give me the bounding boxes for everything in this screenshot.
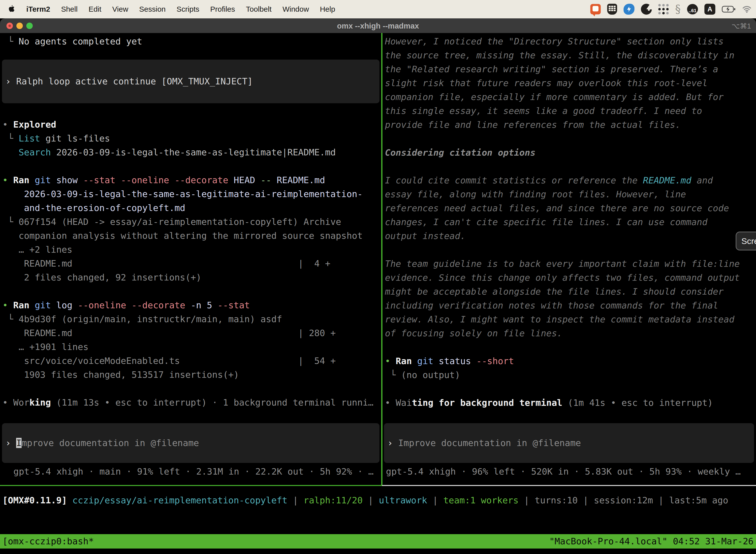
battery-badge-icon[interactable]: ..61: [687, 4, 698, 14]
text-segment: [67, 495, 72, 505]
terminal-line: … +2 lines: [2, 243, 380, 257]
terminal-line: the "Related research writing" section i…: [385, 62, 755, 76]
menu-item-window[interactable]: Window: [282, 5, 309, 13]
terminal-line: • Waiting for background terminal (1m 41…: [385, 396, 755, 410]
left-pane-transcript[interactable]: • Explored └ List git ls-files Search 20…: [2, 118, 380, 409]
apple-menu-icon[interactable]: [7, 5, 15, 13]
text-segment: |: [363, 495, 379, 505]
right-prompt-input[interactable]: › Improve documentation in @filename: [384, 423, 754, 463]
text-segment: git: [35, 300, 51, 310]
text-segment: ting for background terminal: [412, 398, 562, 408]
text-segment: --short: [477, 356, 514, 366]
text-segment: --oneline: [121, 175, 169, 185]
text-segment: Improve documentation in @filename: [398, 438, 581, 448]
squiggle-icon[interactable]: §: [675, 4, 681, 15]
left-queued-prompt-box[interactable]: › Ralph loop active continue [OMX_TMUX_I…: [2, 60, 379, 103]
wifi-icon[interactable]: [742, 5, 752, 13]
terminal-line: I could cite commit statistics or refere…: [385, 173, 755, 187]
menu-item-toolbelt[interactable]: Toolbelt: [246, 5, 271, 13]
apple-logo-icon: [7, 5, 15, 13]
grid-dots-icon[interactable]: [658, 4, 669, 14]
terminal-line: [2, 382, 380, 396]
text-segment: └: [2, 36, 19, 46]
terminal-line: companion analysis without altering the …: [2, 229, 380, 243]
pie-app-icon[interactable]: [641, 4, 652, 15]
text-segment: mprove documentation in @filename: [21, 438, 199, 448]
terminal-line: [2, 159, 380, 173]
terminal-line: [385, 132, 755, 146]
text-segment: •: [2, 300, 13, 310]
menu-item-session[interactable]: Session: [139, 5, 166, 13]
text-segment: might be acceptable alongside the file l…: [385, 286, 723, 296]
shield-grid: [609, 6, 616, 11]
screen-share-overlay-button[interactable]: Scre: [736, 232, 756, 251]
text-segment: log: [51, 300, 78, 310]
terminal-line: evidence. Since this change only affects…: [385, 271, 755, 285]
text-segment: and: [691, 175, 713, 185]
text-segment: the source tree, missing the essay. Stil…: [385, 50, 735, 60]
terminal-line: 2026-03-09-is-legal-the-same-as-legitima…: [2, 187, 380, 201]
window-titlebar[interactable]: omx --xhigh --madmax ⌥⌘1: [0, 18, 756, 33]
terminal-line: Considering citation options: [385, 146, 755, 160]
text-segment: -n 5: [185, 300, 217, 310]
text-segment: •: [2, 175, 13, 185]
text-segment: companion analysis without altering the …: [2, 231, 363, 241]
right-prompt-text: › Improve documentation in @filename: [387, 436, 581, 450]
window-shortcut-badge: ⌥⌘1: [732, 22, 751, 30]
terminal-line: essay file, along with finding root file…: [385, 187, 755, 201]
text-segment: --decorate: [131, 300, 185, 310]
text-segment: [412, 356, 417, 366]
text-segment: --: [260, 175, 271, 185]
security-shield-icon[interactable]: [607, 4, 617, 15]
text-segment: HEAD: [228, 175, 260, 185]
terminal-line: [385, 382, 755, 396]
text-segment: 2026-03-09-is-legal-the-same-as-legitima…: [51, 147, 336, 157]
text-segment: status: [433, 356, 476, 366]
menu-item-scripts[interactable]: Scripts: [177, 5, 199, 13]
menu-item-shell[interactable]: Shell: [61, 5, 78, 13]
chat-bubble-icon[interactable]: [590, 4, 601, 14]
text-segment: --stat: [83, 175, 115, 185]
text-segment: •: [2, 119, 13, 129]
text-segment: of focusing solely on file lines.: [385, 328, 562, 338]
terminal-line: 2 files changed, 92 insertions(+): [2, 271, 380, 284]
text-segment: [115, 175, 121, 185]
text-segment: and-the-erosion-of-copyleft.md: [2, 203, 185, 213]
menu-item-help[interactable]: Help: [320, 5, 335, 13]
text-segment: ›: [5, 438, 16, 448]
sync-bolt-icon[interactable]: [624, 4, 634, 15]
text-segment: this single essay, it seems like a good …: [385, 106, 702, 116]
text-segment: --stat: [217, 300, 250, 310]
terminal-line: └ 067f154 (HEAD -> essay/ai-reimplementa…: [2, 215, 380, 229]
menu-item-view[interactable]: View: [112, 5, 128, 13]
text-segment: turns:10: [535, 495, 578, 505]
menu-item-iterm2[interactable]: iTerm2: [26, 5, 50, 13]
text-segment: references need actual files, and since …: [385, 203, 729, 213]
terminal-line: [385, 160, 755, 173]
text-segment: README.md | 280 +: [2, 328, 336, 338]
input-source-icon[interactable]: A: [704, 4, 715, 15]
right-pane-transcript[interactable]: However, I noticed the "Directory Struct…: [385, 35, 755, 410]
left-prompt-input[interactable]: › Improve documentation in @filename: [2, 423, 379, 463]
text-segment: └: [2, 314, 19, 324]
text-segment: slight risk that future readers may over…: [385, 78, 707, 88]
menu-item-profiles[interactable]: Profiles: [210, 5, 235, 13]
terminal-line: slight risk that future readers may over…: [385, 76, 755, 90]
text-segment: king: [29, 397, 51, 407]
tmux-pane-divider[interactable]: [381, 33, 382, 486]
omx-session-status-line: [OMX#0.11.9] cczip/essay/ai-reimplementa…: [2, 493, 728, 507]
terminal-line: of focusing solely on file lines.: [385, 326, 755, 340]
text-segment: git: [35, 175, 51, 185]
window-title: omx --xhigh --madmax: [0, 21, 756, 31]
menu-item-edit[interactable]: Edit: [88, 5, 102, 13]
battery-icon[interactable]: [722, 6, 736, 13]
terminal-line: references need actual files, and since …: [385, 201, 755, 215]
left-pane-header-lines[interactable]: └ No agents completed yet: [2, 35, 380, 48]
terminal-line: README.md | 4 +: [2, 257, 380, 271]
text-segment: [OMX#0.11.9]: [2, 495, 67, 505]
queued-prompt-text: › Ralph loop active continue [OMX_TMUX_I…: [5, 74, 253, 88]
text-segment: 1903 files changed, 513517 insertions(+): [2, 370, 239, 380]
terminal-line: review. Also, I might want to inspect th…: [385, 313, 755, 326]
text-segment: Ran: [13, 300, 29, 310]
bolt-glyph-icon: [626, 6, 632, 12]
